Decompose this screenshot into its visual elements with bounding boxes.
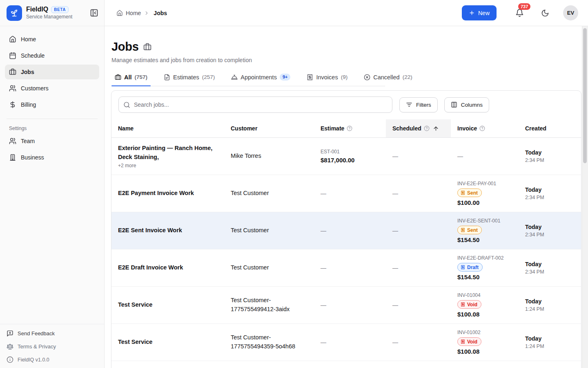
estimate-empty: — (321, 265, 379, 271)
briefcase-icon (115, 74, 121, 81)
message-square-plus-icon (7, 330, 13, 337)
sidebar-item-customers[interactable]: Customers (5, 81, 99, 96)
brand-name: FieldIQ (26, 6, 48, 13)
invoice-amount: $100.08 (457, 348, 512, 355)
table-row[interactable]: E2E Draft Invoice Work Test Customer — —… (111, 249, 581, 287)
scheduled-empty: — (392, 302, 444, 308)
moon-icon (541, 9, 549, 17)
breadcrumb: Home Jobs (116, 10, 167, 16)
columns-button-label: Columns (461, 102, 483, 108)
app-logo (7, 5, 22, 21)
invoice-amount: $100.00 (457, 199, 512, 206)
scheduled-empty: — (392, 339, 444, 346)
sidebar-item-schedule[interactable]: Schedule (5, 48, 99, 63)
sidebar-item-label: Business (21, 154, 44, 161)
table-row[interactable]: Exterior Painting — Ranch Home, Deck Sta… (111, 138, 581, 175)
table-row[interactable]: Test Service Test Customer-1775755499412… (111, 287, 581, 324)
search-input[interactable] (118, 96, 392, 113)
send-feedback-link[interactable]: Send Feedback (7, 330, 98, 337)
job-name: E2E Payment Invoice Work (118, 189, 218, 197)
tab-bar: All (757) Estimates (257) Appointments 9… (111, 73, 385, 86)
tab-invoices[interactable]: Invoices (9) (303, 73, 351, 86)
table-row[interactable]: INV-01001 (111, 361, 581, 368)
page-title: Jobs (111, 40, 139, 54)
tab-estimates[interactable]: Estimates (257) (160, 73, 218, 86)
customer-name: Test Customer (231, 226, 307, 235)
sidebar-item-label: Billing (21, 101, 36, 108)
column-header-scheduled[interactable]: Scheduled (386, 119, 451, 137)
breadcrumb-home[interactable]: Home (126, 10, 141, 16)
created-day: Today (525, 149, 575, 156)
tab-badge: 9+ (280, 74, 291, 81)
sort-ascending-icon[interactable] (433, 126, 439, 132)
sprout-icon (10, 9, 19, 18)
help-circle-icon[interactable] (347, 126, 352, 131)
receipt-icon (461, 302, 465, 307)
tab-appointments[interactable]: Appointments 9+ (228, 73, 294, 86)
tab-label: Appointments (241, 74, 277, 81)
column-header-customer[interactable]: Customer (224, 119, 314, 137)
sidebar-item-jobs[interactable]: Jobs (5, 65, 99, 79)
briefcase-icon (9, 68, 16, 76)
table-row[interactable]: Test Service Test Customer-1775755494359… (111, 324, 581, 361)
sidebar-item-billing[interactable]: Billing (5, 97, 99, 112)
invoice-amount: $154.50 (457, 274, 512, 280)
sidebar-item-label: Jobs (21, 69, 34, 75)
table-toolbar: Filters Columns (111, 91, 581, 119)
file-text-icon (164, 74, 170, 81)
estimate-amount: $817,000.00 (321, 157, 379, 164)
tab-label: Estimates (173, 74, 199, 81)
table-row[interactable]: E2E Sent Invoice Work Test Customer — — … (111, 212, 581, 249)
table-row[interactable]: E2E Payment Invoice Work Test Customer —… (111, 175, 581, 212)
calendar-icon (9, 52, 16, 59)
job-name: E2E Draft Invoice Work (118, 263, 218, 272)
column-header-estimate[interactable]: Estimate (314, 119, 386, 137)
vertical-scrollbar[interactable] (582, 26, 588, 368)
column-header-created[interactable]: Created (519, 119, 581, 137)
column-header-name[interactable]: Name (111, 119, 224, 137)
customer-name: Test Customer-1775755494359-5o4h68 (231, 333, 307, 351)
created-day: Today (525, 298, 575, 305)
help-circle-icon[interactable] (479, 126, 485, 131)
sidebar-item-home[interactable]: Home (5, 32, 99, 47)
columns-button[interactable]: Columns (444, 97, 489, 112)
scheduled-empty: — (392, 265, 444, 271)
new-button-label: New (478, 10, 490, 16)
dark-mode-toggle[interactable] (541, 9, 549, 17)
plus-icon (469, 10, 475, 16)
panel-left-close-icon[interactable] (90, 9, 98, 17)
invoice-status-badge: Void (457, 337, 481, 346)
tab-count: (257) (202, 74, 215, 80)
estimate-empty: — (321, 339, 379, 346)
tab-count: (9) (341, 74, 348, 80)
invoice-ref: INV-E2E-PAY-001 (457, 181, 512, 186)
bell-icon (515, 9, 524, 17)
tab-cancelled[interactable]: Cancelled (22) (361, 73, 416, 86)
created-day: Today (525, 261, 575, 267)
scrollbar-thumb[interactable] (583, 28, 587, 163)
circle-x-icon (364, 74, 370, 81)
column-header-invoice[interactable]: Invoice (451, 119, 519, 137)
invoice-empty: — (457, 153, 512, 159)
notification-count-badge: 737 (518, 3, 530, 10)
avatar[interactable]: EV (563, 5, 578, 20)
invoice-ref: INV-E2E-SENT-001 (457, 218, 512, 224)
tab-all[interactable]: All (757) (111, 73, 151, 86)
beta-badge: BETA (51, 6, 69, 13)
notifications-button[interactable]: 737 (515, 9, 524, 17)
sidebar-item-business[interactable]: Business (5, 150, 99, 165)
breadcrumb-current: Jobs (154, 10, 167, 16)
brand-tagline: Service Management (26, 14, 72, 20)
receipt-icon (461, 265, 465, 269)
info-icon (7, 356, 13, 363)
new-button[interactable]: New (462, 5, 497, 20)
tab-label: Cancelled (373, 74, 400, 81)
invoice-status-badge: Sent (457, 226, 482, 234)
sidebar-item-team[interactable]: Team (5, 134, 99, 148)
job-name: Test Service (118, 338, 218, 346)
filters-button[interactable]: Filters (399, 97, 438, 112)
terms-privacy-link[interactable]: Terms & Privacy (7, 343, 98, 350)
invoice-amount: $154.50 (457, 236, 512, 243)
help-circle-icon[interactable] (424, 126, 430, 131)
sidebar-header: FieldIQ BETA Service Management (0, 0, 104, 26)
